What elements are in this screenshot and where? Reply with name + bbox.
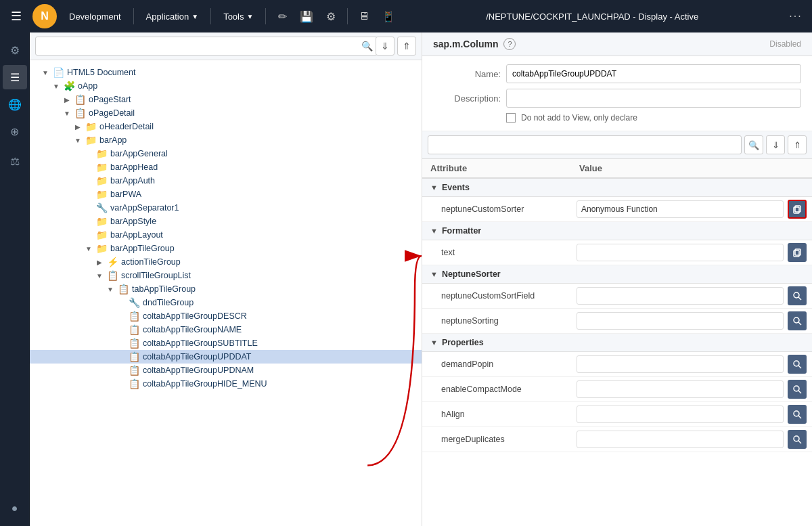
tree-barappstyle-label: barAppStyle	[110, 217, 156, 226]
tree-content: ▼ 📄 HTML5 Document ▼ 🧩 oApp ▶ 📋 oPageSta…	[30, 60, 422, 526]
tree-item-opagestart[interactable]: ▶ 📋 oPageStart	[30, 93, 422, 106]
tree-item-barapp[interactable]: ▼ 📁 barApp	[30, 133, 422, 147]
neptunecustomsorter-input[interactable]	[577, 200, 784, 218]
edit-pencil-icon[interactable]: ✏	[271, 5, 293, 27]
attr-search-icon-btn[interactable]: 🔍	[744, 135, 763, 154]
tree-item-opagedetail[interactable]: ▼ 📋 oPageDetail	[30, 106, 422, 120]
tree-item-dndtilegroup[interactable]: 🔧 dndTileGroup	[30, 296, 422, 309]
tree-item-barpwa[interactable]: 📁 barPWA	[30, 188, 422, 201]
tree-search-icon[interactable]: 🔍	[361, 41, 373, 51]
tree-item-barappauth[interactable]: 📁 barAppAuth	[30, 174, 422, 188]
hamburger-menu-icon[interactable]: ☰	[5, 5, 27, 27]
attr-expand-btn[interactable]: ⇑	[788, 135, 807, 154]
enablecompactmode-input[interactable]	[577, 380, 784, 398]
tree-item-coltabsubtitle[interactable]: 📋 coltabAppTileGroupSUBTITLE	[30, 336, 422, 350]
tree-item-barappgeneral[interactable]: 📁 barAppGeneral	[30, 147, 422, 160]
neptunesorting-input[interactable]	[577, 312, 784, 330]
halign-search-btn[interactable]	[788, 405, 807, 424]
application-btn[interactable]: Application ▼	[139, 7, 206, 26]
section-neptunesorter[interactable]: ▼ NeptuneSorter	[422, 265, 812, 284]
tree-oheaderdetail-label: oHeaderDetail	[99, 122, 154, 131]
attributes-table: ▼ Events neptuneCustomSorter ▼	[422, 179, 812, 526]
attr-name-halign: hAlign	[422, 407, 571, 422]
tree-item-tabapptilegroup[interactable]: ▼ 📋 tabAppTileGroup	[30, 282, 422, 296]
tree-item-coltabdescr[interactable]: 📋 coltabAppTileGroupDESCR	[30, 309, 422, 323]
sidebar-share-icon[interactable]: ⊕	[3, 119, 27, 144]
events-toggle-icon[interactable]: ▼	[430, 183, 438, 192]
halign-input[interactable]	[577, 406, 784, 423]
section-formatter[interactable]: ▼ Formatter	[422, 222, 812, 240]
copy-icon-2	[792, 248, 802, 257]
tree-coltabhidemenu-label: coltabAppTileGroupHIDE_MENU	[143, 379, 267, 389]
svg-point-7	[794, 317, 799, 323]
mergeduplicates-search-btn[interactable]	[788, 430, 807, 449]
tree-coltabhidemenu-icon: 📋	[129, 378, 140, 389]
attr-name-neptunecustomsortfield: neptuneCustomSortField	[422, 288, 571, 303]
tree-coltabupddat-label: coltabAppTileGroupUPDDAT	[143, 352, 251, 361]
copy-icon	[792, 204, 802, 214]
tree-item-barapptilegroup[interactable]: ▼ 📁 barAppTileGroup	[30, 242, 422, 255]
section-properties[interactable]: ▼ Properties	[422, 334, 812, 352]
tree-item-coltabupdnam[interactable]: 📋 coltabAppTileGroupUPDNAM	[30, 364, 422, 377]
tree-item-varappseparator1[interactable]: 🔧 varAppSeparator1	[30, 201, 422, 215]
attr-row-mergeduplicates: mergeDuplicates	[422, 427, 812, 452]
properties-toggle-icon[interactable]: ▼	[430, 338, 438, 347]
tree-barappauth-icon: 📁	[96, 175, 108, 186]
enablecompactmode-search-btn[interactable]	[788, 380, 807, 399]
search-icon-btn	[792, 291, 802, 301]
sidebar-settings-icon[interactable]: ⚙	[3, 38, 27, 62]
text-copy-btn[interactable]	[788, 243, 807, 262]
tree-coltabdescr-label: coltabAppTileGroupDESCR	[143, 311, 247, 321]
attr-value-mergeduplicates	[571, 427, 812, 452]
tree-item-barapphead[interactable]: 📁 barAppHead	[30, 160, 422, 174]
help-icon[interactable]: ?	[503, 38, 516, 50]
tree-item-oheaderdetail[interactable]: ▶ 📁 oHeaderDetail	[30, 120, 422, 133]
development-btn[interactable]: Development	[62, 7, 128, 26]
tree-item-coltabupddat[interactable]: 📋 coltabAppTileGroupUPDDAT	[30, 350, 422, 364]
neptunecustomsortfield-input[interactable]	[577, 287, 784, 305]
tree-item-barapplayout[interactable]: 📁 barAppLayout	[30, 228, 422, 242]
tools-btn[interactable]: Tools ▼	[217, 7, 260, 26]
device-icon[interactable]: 📱	[378, 5, 399, 27]
tree-collapse-btn[interactable]: ⇓	[376, 37, 394, 56]
text-input[interactable]	[577, 244, 784, 261]
neptunecustomsortfield-search-btn[interactable]	[788, 286, 807, 305]
svg-line-10	[798, 366, 801, 368]
more-btn[interactable]: ···	[785, 5, 807, 27]
settings-tool-icon[interactable]: ⚙	[320, 5, 342, 27]
tree-coltabsubtitle-label: coltabAppTileGroupSUBTITLE	[143, 338, 258, 348]
demandpopin-input[interactable]	[577, 355, 784, 373]
tree-item-oapp[interactable]: ▼ 🧩 oApp	[30, 79, 422, 93]
save-icon[interactable]: 💾	[296, 5, 317, 27]
sidebar-scale-icon[interactable]: ⚖	[3, 149, 27, 173]
tree-item-actiontilegroup[interactable]: ▶ ⚡ actionTileGroup	[30, 255, 422, 269]
tree-opagestart-icon: 📋	[74, 94, 86, 105]
attr-search-input[interactable]	[428, 135, 742, 154]
tree-item-barappstyle[interactable]: 📁 barAppStyle	[30, 215, 422, 228]
tools-chevron-icon: ▼	[246, 13, 253, 20]
attr-collapse-btn[interactable]: ⇓	[766, 135, 785, 154]
tree-item-coltabhidemenu[interactable]: 📋 coltabAppTileGroupHIDE_MENU	[30, 377, 422, 391]
declare-only-checkbox[interactable]	[506, 113, 516, 123]
neptunecustomsorter-copy-btn[interactable]	[788, 200, 807, 219]
name-input[interactable]	[506, 64, 801, 83]
description-input[interactable]	[506, 89, 801, 108]
more-icon: ···	[789, 10, 802, 22]
sidebar-list-icon[interactable]: ☰	[3, 65, 27, 89]
tree-expand-btn[interactable]: ⇑	[397, 37, 416, 56]
tree-search-input[interactable]	[35, 37, 378, 56]
tree-item-html5[interactable]: ▼ 📄 HTML5 Document	[30, 66, 422, 79]
neptunesorting-search-btn[interactable]	[788, 311, 807, 330]
section-events[interactable]: ▼ Events	[422, 179, 812, 197]
formatter-toggle-icon[interactable]: ▼	[430, 227, 438, 235]
demandpopin-search-btn[interactable]	[788, 355, 807, 374]
tree-item-coltabname[interactable]: 📋 coltabAppTileGroupNAME	[30, 323, 422, 336]
neptunesorter-toggle-icon[interactable]: ▼	[430, 270, 438, 278]
tree-item-scrolltilegrouplist[interactable]: ▼ 📋 scrollTileGroupList	[30, 269, 422, 282]
sidebar-bottom-icon[interactable]: ●	[3, 496, 27, 521]
mergeduplicates-input[interactable]	[577, 431, 784, 448]
attr-value-demandpopin	[571, 352, 812, 376]
monitor-icon[interactable]: 🖥	[353, 5, 375, 27]
sidebar-globe-icon[interactable]: 🌐	[3, 92, 27, 116]
attr-row-demandpopin: demandPopin	[422, 352, 812, 377]
